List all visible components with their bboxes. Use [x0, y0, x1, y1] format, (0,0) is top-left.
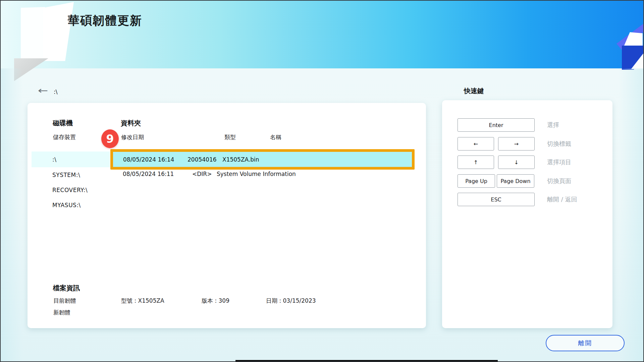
file-modified-date: 08/05/2024 16:14 [123, 156, 174, 163]
name-column-label: 名稱 [270, 133, 281, 141]
file-name: X1505ZA.bin [222, 156, 259, 163]
hotkey-row-left-right: ← → 切換標籤 [458, 137, 605, 150]
page-down-key: Page Down [497, 174, 534, 188]
background-tint-right [619, 68, 643, 362]
hotkey-description: 選擇 [547, 118, 559, 132]
modified-date-column-label: 修改日期 [121, 133, 144, 141]
drive-item-root[interactable]: :\ [32, 152, 110, 167]
hotkey-row-up-down: ↑ ↓ 選擇項目 [458, 156, 605, 169]
arrow-right-key: → [498, 137, 535, 150]
arrow-up-key: ↑ [458, 156, 494, 169]
drive-label: RECOVERY:\ [52, 187, 88, 193]
drive-item-myasus[interactable]: MYASUS:\ [32, 197, 110, 213]
drive-label: :\ [52, 156, 56, 163]
file-size: 20054016 [187, 156, 217, 163]
hotkey-panel [442, 100, 612, 328]
header-deco-left-shape [43, 2, 74, 61]
folder-column-header: 資料夾 [121, 119, 141, 128]
enter-key: Enter [458, 118, 535, 132]
arrow-left-key: ← [458, 137, 494, 150]
header-deco-left-shape [21, 7, 45, 61]
asus-firmware-update-screen: 華碩韌體更新 ← :\ 磁碟機 資料夾 儲存裝置 修改日期 類型 名稱 9 :\… [0, 0, 644, 362]
esc-key: ESC [458, 193, 535, 206]
drive-item-recovery[interactable]: RECOVERY:\ [32, 182, 110, 197]
bottom-progress-bar [235, 360, 498, 362]
file-modified-date: 08/05/2024 16:11 [123, 171, 174, 177]
hotkey-description: 切換頁面 [547, 174, 571, 188]
back-arrow-icon[interactable]: ← [33, 85, 53, 97]
hotkey-panel-title: 快速鍵 [464, 86, 484, 96]
hotkey-description: 選擇項目 [547, 156, 571, 169]
file-info-heading: 檔案資訊 [53, 284, 80, 293]
new-firmware-label: 新韌體 [53, 309, 70, 316]
background-tint-left [1, 68, 23, 362]
page-up-key: Page Up [458, 174, 495, 188]
hotkey-row-page: Page Up Page Down 切換頁面 [458, 174, 605, 188]
arrow-down-key: ↓ [498, 156, 535, 169]
hotkey-row-enter: Enter 選擇 [458, 118, 605, 132]
drive-column-header: 磁碟機 [53, 119, 73, 128]
hotkey-description: 切換標籤 [547, 137, 571, 150]
header-banner: 華碩韌體更新 [1, 1, 644, 68]
hotkey-description: 離開 / 返回 [547, 193, 577, 206]
exit-button[interactable]: 離開 [546, 335, 625, 351]
breadcrumb-path: :\ [54, 88, 57, 95]
current-firmware-model: 型號 : X1505ZA [121, 297, 164, 305]
drive-item-system[interactable]: SYSTEM:\ [32, 167, 110, 182]
hotkey-row-esc: ESC 離開 / 返回 [458, 193, 605, 206]
drive-list: :\ SYSTEM:\ RECOVERY:\ MYASUS:\ [32, 152, 110, 213]
file-type: <DIR> [192, 171, 212, 177]
current-firmware-label: 目前韌體 [53, 297, 76, 305]
current-firmware-version: 版本 : 309 [202, 297, 229, 305]
step-9-badge: 9 [101, 129, 119, 148]
drive-label: SYSTEM:\ [52, 172, 80, 178]
selected-firmware-file-row[interactable]: 08/05/2024 16:14 20054016 X1505ZA.bin [110, 149, 415, 170]
page-title: 華碩韌體更新 [68, 13, 142, 28]
storage-device-label: 儲存裝置 [53, 133, 76, 141]
drive-label: MYASUS:\ [52, 202, 81, 208]
current-firmware-date: 日期 : 03/15/2023 [266, 297, 316, 305]
file-name: System Volume Information [217, 171, 296, 177]
type-column-label: 類型 [224, 133, 236, 141]
